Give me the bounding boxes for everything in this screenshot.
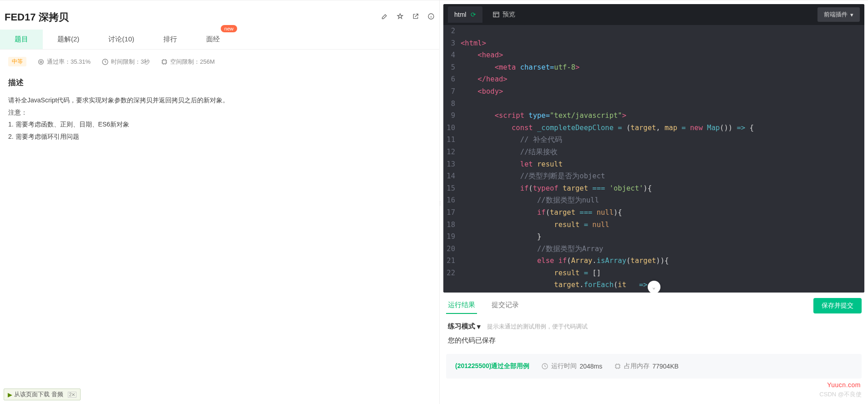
editor-panel: html ⟳ 预览 前端插件 ▾ 2 3 4 5 6 7 8 9 1 — [440, 0, 868, 404]
problem-tabs: 题目 题解(2) 讨论(10) 排行 面经 new — [0, 30, 439, 50]
star-icon[interactable] — [396, 13, 404, 22]
pass-summary: (201225500)通过全部用例 — [455, 362, 529, 370]
problem-title: FED17 深拷贝 — [5, 10, 69, 24]
header-action-icons — [381, 13, 435, 22]
tab-interview[interactable]: 面经 new — [192, 30, 234, 49]
info-icon[interactable] — [427, 13, 435, 22]
tab-rank[interactable]: 排行 — [149, 30, 192, 49]
tab-submission-history[interactable]: 提交记录 — [490, 297, 521, 314]
memory-limit: 空间限制：256M — [161, 58, 215, 66]
svg-rect-4 — [162, 60, 166, 64]
edit-icon[interactable] — [381, 13, 388, 22]
play-icon[interactable]: ▶ — [8, 391, 12, 398]
code-area[interactable]: 2 3 4 5 6 7 8 9 10 11 12 13 14 15 16 17 … — [443, 25, 864, 293]
description-intro: 请补全JavaScript代码，要求实现对象参数的深拷贝并返回拷贝之后的新对象。 — [8, 94, 431, 106]
pass-rate: 通过率：35.31% — [37, 58, 91, 66]
chevron-down-icon: ▾ — [850, 11, 853, 18]
time-limit: 时间限制：3秒 — [102, 58, 150, 66]
download-audio-label: 从该页面下载 音频 — [14, 390, 63, 399]
code-lines[interactable]: <html> <head> <meta charset=utf-8> </hea… — [459, 25, 864, 293]
svg-point-1 — [39, 59, 44, 64]
mode-hint: 提示未通过的测试用例，便于代码调试 — [487, 323, 588, 331]
new-badge: new — [221, 25, 237, 32]
share-icon[interactable] — [412, 13, 419, 22]
tab-problem[interactable]: 题目 — [0, 30, 43, 49]
layout-icon — [492, 11, 500, 18]
clock-icon — [541, 363, 548, 370]
runtime-meta: 运行时间 2048ms — [541, 362, 602, 370]
chevron-down-icon: ▾ — [477, 323, 481, 331]
tab-interview-label: 面经 — [206, 35, 220, 43]
svg-rect-5 — [493, 12, 499, 17]
chip-icon — [614, 363, 621, 370]
svg-point-2 — [40, 61, 42, 63]
preview-tab[interactable]: 预览 — [492, 10, 515, 19]
result-tab-bar: 运行结果 提交记录 保存并提交 — [440, 293, 868, 314]
code-editor[interactable]: html ⟳ 预览 前端插件 ▾ 2 3 4 5 6 7 8 9 1 — [443, 4, 864, 293]
tab-solution[interactable]: 题解(2) — [43, 30, 94, 49]
difficulty-badge: 中等 — [8, 57, 26, 66]
line-gutter: 2 3 4 5 6 7 8 9 10 11 12 13 14 15 16 17 … — [443, 25, 459, 293]
editor-tab-bar: html ⟳ 预览 前端插件 ▾ — [443, 4, 864, 25]
chip-icon — [161, 58, 168, 66]
mode-selector[interactable]: 练习模式 ▾ — [448, 322, 481, 331]
tab-discuss[interactable]: 讨论(10) — [94, 30, 149, 49]
save-submit-button[interactable]: 保存并提交 — [813, 298, 862, 313]
editor-tab-html[interactable]: html ⟳ — [448, 6, 482, 23]
saved-status: 您的代码已保存 — [440, 335, 868, 351]
description-note-1: 1. 需要考虑函数、正则、日期、ES6新对象 — [8, 118, 431, 131]
collapse-toggle-icon[interactable]: ⌄ — [648, 281, 660, 293]
target-icon — [37, 58, 45, 66]
tab-run-result[interactable]: 运行结果 — [446, 297, 477, 314]
description-heading: 描述 — [8, 77, 431, 88]
svg-rect-7 — [616, 364, 619, 368]
problem-meta-row: 中等 通过率：35.31% 时间限制：3秒 空间限制：256M — [0, 50, 439, 74]
mode-row: 练习模式 ▾ 提示未通过的测试用例，便于代码调试 — [440, 314, 868, 335]
panel-splitter[interactable]: ⋮ — [438, 202, 442, 216]
close-download-bar[interactable]: 2✕ — [68, 392, 77, 398]
description-note-2: 2. 需要考虑循环引用问题 — [8, 131, 431, 143]
sync-icon[interactable]: ⟳ — [471, 11, 476, 18]
description-note-label: 注意： — [8, 106, 431, 119]
clock-icon — [102, 58, 109, 66]
pass-result-box: (201225500)通过全部用例 运行时间 2048ms 占用内存 77904… — [446, 354, 862, 379]
download-audio-bar[interactable]: ▶ 从该页面下载 音频 2✕ — [4, 389, 81, 400]
frontend-plugin-button[interactable]: 前端插件 ▾ — [817, 7, 860, 22]
problem-description: 描述 请补全JavaScript代码，要求实现对象参数的深拷贝并返回拷贝之后的新… — [0, 74, 439, 146]
problem-panel: FED17 深拷贝 题目 题解(2) 讨论(10) 排行 面经 new 中等 通… — [0, 0, 440, 404]
memory-meta: 占用内存 77904KB — [614, 362, 679, 370]
